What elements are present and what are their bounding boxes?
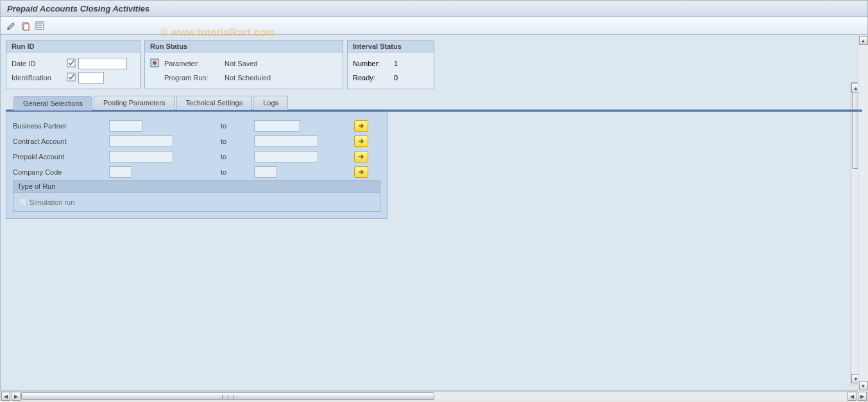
prepaid-account-from[interactable] [109,151,173,162]
parameter-label: Parameter: [164,60,222,67]
ready-value: 0 [394,74,398,82]
simulation-run-row[interactable]: Simulation run [19,198,375,206]
business-partner-to[interactable] [254,120,300,132]
number-value: 1 [394,60,398,67]
page-title: Prepaid Accounts Closing Activities [7,4,149,13]
panel-interval-status: Interval Status Number: 1 Ready: 0 [347,40,434,89]
parameter-value: Not Saved [225,60,257,67]
horizontal-scrollbar[interactable]: ◀ ▶ ◀ ▶ [0,391,868,401]
svg-point-9 [153,61,157,65]
type-of-run-title: Type of Run [13,180,380,193]
scroll-up-icon[interactable]: ▲ [859,36,868,45]
panel-run-status: Run Status Parameter: Not Saved Program … [144,40,343,89]
business-partner-multiple-icon[interactable] [354,120,368,132]
business-partner-from[interactable] [109,120,142,132]
simulation-run-checkbox[interactable] [19,198,27,206]
company-code-multiple-icon[interactable] [354,166,368,178]
tab-general-selections[interactable]: General Selections [13,96,92,110]
contract-account-label: Contract Account [13,137,109,145]
panel-interval-title: Interval Status [348,40,434,52]
to-label: to [221,153,246,161]
panel-run-status-title: Run Status [145,40,343,52]
toolbar [0,17,868,35]
scroll-track[interactable] [21,392,847,401]
contract-account-to[interactable] [254,135,318,147]
type-of-run-panel: Type of Run Simulation run [13,180,380,212]
ready-label: Ready: [353,74,391,82]
svg-rect-7 [67,73,75,81]
tab-logs[interactable]: Logs [253,96,288,110]
identification-input[interactable] [78,72,104,83]
to-label: to [221,137,246,145]
contract-account-multiple-icon[interactable] [354,135,368,147]
prepaid-account-label: Prepaid Account [13,153,109,161]
required-icon [67,58,76,67]
edit-icon[interactable] [6,20,17,31]
program-run-value: Not Scheduled [225,74,271,82]
date-id-label: Date ID [12,60,64,67]
tab-posting-parameters[interactable]: Posting Parameters [94,96,175,110]
title-bar: Prepaid Accounts Closing Activities [0,0,868,17]
svg-rect-6 [67,59,75,67]
tabs-container: General Selections Posting Parameters Te… [6,96,862,219]
date-id-input[interactable] [78,58,127,69]
scroll-right-icon[interactable]: ▶ [12,392,21,401]
scroll-thumb-h[interactable] [21,392,434,400]
panel-run-id: Run ID Date ID Identification [6,40,140,89]
company-code-from[interactable] [109,166,132,178]
company-code-to[interactable] [254,166,277,178]
tab-content: Business Partner to Contract Account to [6,112,387,219]
parameter-icon [150,58,159,67]
company-code-label: Company Code [13,168,109,176]
scroll-left-end-icon[interactable]: ◀ [847,392,856,401]
identification-label: Identification [12,74,64,82]
prepaid-account-multiple-icon[interactable] [354,151,368,162]
program-run-label: Program Run: [164,74,222,82]
prepaid-account-to[interactable] [254,151,318,162]
panels-row: Run ID Date ID Identification [6,40,862,89]
contract-account-from[interactable] [109,135,173,147]
number-label: Number: [353,60,391,67]
simulation-run-label: Simulation run [30,198,74,206]
outer-scrollbar-vertical[interactable]: ▲ ▼ [858,35,868,392]
to-label: to [221,168,246,176]
content-area: Run ID Date ID Identification [0,35,868,391]
tab-technical-settings[interactable]: Technical Settings [176,96,253,110]
scroll-down-icon[interactable]: ▼ [859,381,868,390]
copy-icon[interactable] [20,20,31,31]
business-partner-label: Business Partner [13,122,109,130]
list-icon[interactable] [34,20,46,31]
to-label: to [221,122,246,130]
required-icon [67,73,76,82]
scroll-left-icon[interactable]: ◀ [1,392,10,401]
svg-rect-1 [24,24,29,30]
panel-run-id-title: Run ID [6,40,140,52]
scroll-right-end-icon[interactable]: ▶ [858,392,867,401]
